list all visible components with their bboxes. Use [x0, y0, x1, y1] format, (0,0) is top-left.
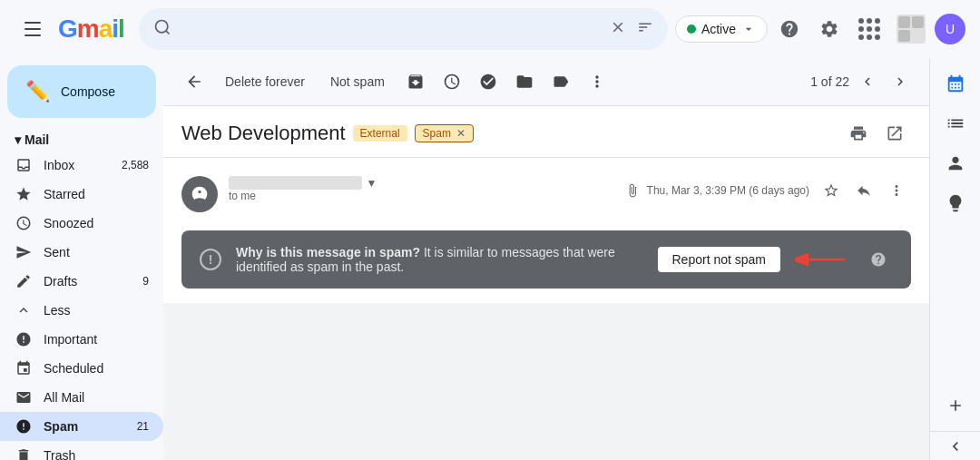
svg-point-0 [155, 20, 167, 32]
sent-icon [15, 243, 33, 261]
drafts-label: Drafts [44, 274, 132, 289]
next-email-button[interactable] [886, 67, 915, 96]
status-button[interactable]: Active [675, 15, 768, 43]
sent-label: Sent [44, 245, 149, 259]
drafts-badge: 9 [142, 275, 149, 288]
message-header: ████████████████ ▼ to me Thu, Mar 3, 3:3… [181, 165, 911, 223]
message-actions [817, 176, 911, 205]
sidebar-item-all-mail[interactable]: All Mail [0, 383, 163, 412]
right-panel-contacts-button[interactable] [937, 145, 974, 181]
apps-button[interactable] [851, 11, 887, 47]
right-panel-tasks-button[interactable] [937, 105, 974, 142]
search-clear-icon[interactable] [610, 19, 626, 40]
settings-button[interactable] [811, 11, 848, 47]
reply-button[interactable] [849, 176, 878, 205]
inbox-icon [15, 156, 33, 174]
svg-rect-4 [912, 16, 924, 28]
svg-line-1 [166, 30, 170, 34]
search-input[interactable]: in:spam [179, 21, 603, 37]
status-label: Active [701, 22, 736, 36]
print-button[interactable] [842, 117, 875, 150]
right-panel-keep-button[interactable] [937, 185, 974, 221]
sidebar-item-spam[interactable]: Spam 21 [0, 412, 163, 441]
spam-icon [15, 417, 33, 436]
task-button[interactable] [472, 65, 505, 98]
search-bar[interactable]: in:spam [139, 8, 668, 50]
sender-info: ████████████████ ▼ to me [229, 176, 614, 202]
archive-button[interactable] [399, 65, 432, 98]
external-tag: External [353, 125, 407, 142]
more-toolbar-button[interactable] [581, 65, 613, 98]
label-button[interactable] [544, 65, 577, 98]
delete-forever-button[interactable]: Delete forever [214, 69, 316, 94]
email-toolbar: Delete forever Not spam [163, 58, 929, 106]
sender-to: to me [229, 190, 614, 202]
delete-forever-label: Delete forever [225, 74, 305, 89]
not-spam-label: Not spam [330, 74, 385, 89]
sidebar-item-trash[interactable]: Trash [0, 441, 163, 460]
move-to-button[interactable] [508, 65, 541, 98]
search-icon [153, 18, 172, 41]
report-not-spam-button[interactable]: Report not spam [658, 247, 781, 272]
sender-caret[interactable]: ▼ [366, 177, 377, 190]
snoozed-label: Snoozed [44, 216, 149, 230]
spam-tag-close[interactable]: ✕ [456, 127, 466, 140]
sidebar-item-sent[interactable]: Sent [0, 238, 163, 267]
important-icon [15, 330, 33, 348]
svg-rect-3 [898, 16, 910, 28]
expand-icon: ▾ [15, 132, 21, 147]
prev-email-button[interactable] [853, 67, 882, 96]
sidebar-item-snoozed[interactable]: Snoozed [0, 209, 163, 238]
menu-button[interactable] [15, 11, 51, 47]
account-switcher[interactable] [891, 9, 931, 49]
sidebar-item-starred[interactable]: Starred [0, 180, 163, 209]
user-avatar[interactable]: U [935, 14, 965, 44]
spam-help-button[interactable] [864, 245, 893, 274]
sidebar-item-inbox[interactable]: Inbox 2,588 [0, 151, 163, 180]
right-panel-calendar-button[interactable] [937, 65, 974, 102]
more-message-button[interactable] [882, 176, 911, 205]
compose-label: Compose [61, 84, 115, 99]
inbox-label: Inbox [44, 158, 111, 172]
email-subject: Web Development [181, 122, 346, 145]
star-button[interactable] [817, 176, 846, 205]
pagination-text: 1 of 22 [810, 74, 849, 89]
snooze-button[interactable] [436, 65, 468, 98]
search-filter-icon[interactable] [637, 19, 653, 40]
email-date: Thu, Mar 3, 3:39 PM (6 days ago) [647, 184, 809, 197]
topbar: Gmail in:spam Active [0, 0, 980, 58]
help-button[interactable] [771, 11, 808, 47]
subject-actions [842, 117, 911, 150]
less-label: Less [44, 303, 149, 318]
right-side-panel [929, 58, 980, 460]
pagination: 1 of 22 [810, 67, 915, 96]
sender-avatar [181, 176, 218, 212]
sidebar-item-less[interactable]: Less [0, 296, 163, 325]
email-subject-bar: Web Development External Spam ✕ [163, 106, 929, 158]
spam-badge: 21 [137, 420, 149, 433]
compose-icon: ✏️ [25, 80, 50, 103]
spam-warning-banner: ! Why is this message in spam? It is sim… [181, 230, 911, 289]
compose-button[interactable]: ✏️ Compose [7, 65, 156, 118]
not-spam-button[interactable]: Not spam [319, 69, 396, 94]
spam-label: Spam [44, 419, 126, 434]
mail-section-header[interactable]: ▾ Mail [0, 125, 163, 151]
arrow-indicator [795, 249, 849, 270]
open-in-new-window-button[interactable] [878, 117, 911, 150]
drafts-icon [15, 272, 33, 290]
spam-warning-text: Why is this message in spam? It is simil… [236, 245, 643, 274]
email-panel: Delete forever Not spam [163, 58, 929, 460]
trash-icon [15, 446, 33, 460]
sidebar-item-scheduled[interactable]: Scheduled [0, 354, 163, 383]
sidebar: ✏️ Compose ▾ Mail Inbox 2,588 Starred Sn… [0, 58, 163, 460]
all-mail-icon [15, 388, 33, 406]
sidebar-item-drafts[interactable]: Drafts 9 [0, 267, 163, 296]
sidebar-item-important[interactable]: Important [0, 325, 163, 354]
email-message: ████████████████ ▼ to me Thu, Mar 3, 3:3… [163, 158, 929, 303]
main-layout: ✏️ Compose ▾ Mail Inbox 2,588 Starred Sn… [0, 58, 980, 460]
starred-icon [15, 185, 33, 203]
back-button[interactable] [178, 65, 211, 98]
message-meta: Thu, Mar 3, 3:39 PM (6 days ago) [625, 176, 911, 205]
right-panel-add-button[interactable] [941, 391, 970, 420]
right-panel-expand-button[interactable] [930, 431, 980, 460]
